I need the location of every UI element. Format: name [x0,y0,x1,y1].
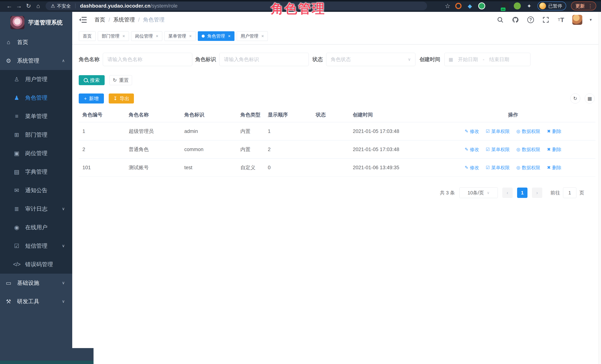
window-scrollbar[interactable] [598,12,601,364]
sidebar-item-home[interactable]: ⌂ 首页 [0,33,72,51]
sidebar-item-departments[interactable]: ⊞ 部门管理 [0,126,72,144]
status-select[interactable]: 角色状态 ∨ [326,53,415,66]
sidebar-item-users[interactable]: ♙ 用户管理 [0,70,72,89]
sidebar-logo-row[interactable]: 芋道管理系统 [0,12,72,33]
browser-home-icon[interactable]: ⌂ [33,3,43,10]
search-button[interactable]: 搜索 [79,75,105,85]
tab-posts[interactable]: 岗位管理 × [131,31,162,41]
profile-paused-button[interactable]: 已暂停 [538,1,566,10]
fullscreen-icon[interactable] [542,16,550,24]
browser-forward-icon[interactable]: → [14,3,24,10]
chevron-up-icon: ∧ [62,58,65,63]
search-icon [84,78,88,82]
browser-reload-icon[interactable]: ↻ [24,2,33,10]
page-size-select[interactable]: 10条/页 ∨ [459,187,498,198]
table-row: 2 普通角色 common 内置 2 2021-01-05 17:03:48 ✎… [79,140,595,158]
tab-roles[interactable]: 角色管理 × [198,31,234,41]
sidebar-item-dev-tools[interactable]: ⚒ 研发工具 ∨ [0,292,72,311]
delete-link[interactable]: ✖删除 [547,147,561,153]
goto-page-input[interactable] [563,187,576,198]
delete-link[interactable]: ✖删除 [547,128,561,134]
sidebar-item-menus[interactable]: ≡ 菜单管理 [0,107,72,126]
refresh-table-icon[interactable]: ↻ [570,94,580,104]
extension-icon-3[interactable] [478,2,485,10]
search-icon[interactable] [496,16,504,24]
sidebar-item-online-users[interactable]: ◉ 在线用户 [0,218,72,237]
sidebar-item-sms[interactable]: ☑ 短信管理 ∨ [0,237,72,255]
help-icon[interactable]: ? [527,16,534,24]
tab-menus[interactable]: 菜单管理 × [164,31,196,41]
sidebar-item-audit-log[interactable]: ≣ 审计日志 ∨ [0,200,72,218]
extension-icon-4[interactable] [490,2,497,10]
role-name-input[interactable] [103,53,192,66]
sms-check-icon: ☑ [13,243,20,249]
browser-back-icon[interactable]: ← [4,3,14,10]
sidebar-item-roles[interactable]: ♟ 角色管理 [0,89,72,107]
next-page-button[interactable]: › [532,187,542,198]
close-icon[interactable]: × [189,33,192,39]
tab-users[interactable]: 用户管理 × [237,31,268,41]
goto-label: 前往 [551,190,560,196]
sidebar-item-infrastructure[interactable]: ▭ 基础设施 ∨ [0,274,72,292]
filter-actions: 搜索 ↻ 重置 [79,75,132,85]
menu-permission-link[interactable]: ☑菜单权限 [486,165,510,171]
edit-link[interactable]: ✎修改 [465,128,479,134]
sidebar-item-posts[interactable]: ▣ 岗位管理 [0,144,72,163]
sidebar-item-notices[interactable]: ✉ 通知公告 [0,181,72,200]
github-icon[interactable] [511,16,519,24]
browser-update-button[interactable]: 更新 ⋮ [571,1,596,10]
edit-icon: ✎ [465,147,468,152]
extension-icon-6[interactable] [514,2,521,10]
avatar-caret-icon[interactable]: ▾ [590,17,592,22]
data-permission-link[interactable]: ◎数据权限 [516,165,540,171]
close-icon[interactable]: × [122,33,125,39]
edit-link[interactable]: ✎修改 [465,165,479,171]
extension-icon-2[interactable]: ◆ [466,2,473,10]
current-page-button[interactable]: 1 [517,187,528,198]
data-permission-link[interactable]: ◎数据权限 [516,128,540,134]
export-button[interactable]: ↧ 导出 [109,94,134,104]
close-icon[interactable]: × [228,33,230,39]
reset-button[interactable]: ↻ 重置 [110,75,132,85]
role-key-input[interactable] [219,53,309,66]
data-permission-link[interactable]: ◎数据权限 [516,147,540,153]
bottom-left-strip [0,361,93,364]
breadcrumb-current: 角色管理 [143,16,164,23]
data-permission-icon: ◎ [516,165,520,170]
menu-permission-link[interactable]: ☑菜单权限 [486,147,510,153]
close-icon[interactable]: × [261,33,264,39]
extension-icon-1[interactable] [455,3,461,9]
chevron-down-icon: ∨ [408,57,411,62]
bookmark-star-icon[interactable]: ☆ [445,2,451,10]
tags-view-bar: 首页 部门管理 × 岗位管理 × 菜单管理 × 角色管理 × 用户管理 × [72,28,601,44]
user-avatar[interactable] [572,15,582,25]
breadcrumb-system[interactable]: 系统管理 [113,16,135,23]
sidebar-item-dictionary[interactable]: ▤ 字典管理 [0,163,72,181]
table-row: 101 测试账号 test 自定义 0 2021-01-06 13:49:35 … [79,158,595,177]
close-icon[interactable]: × [156,33,158,39]
extension-icon-5[interactable]: on [502,2,509,10]
notice-icon: ✉ [13,187,20,194]
font-size-icon[interactable]: TT [557,16,565,24]
chevron-down-icon: ∨ [62,244,65,248]
add-button[interactable]: + 新增 [79,94,104,104]
address-bar[interactable]: ⚠ 不安全 dashboard.yudao.iocoder.cn /system… [46,2,427,10]
tab-home[interactable]: 首页 [79,31,96,41]
org-tree-icon: ⊞ [13,131,20,138]
edit-link[interactable]: ✎修改 [465,147,479,153]
sidebar-item-system[interactable]: ⚙ 系统管理 ∧ [0,51,72,70]
monitor-icon: ▭ [5,280,12,286]
extensions-puzzle-icon[interactable]: ✦ [526,2,533,10]
browser-menu-icon[interactable]: ⋮ [588,3,593,9]
breadcrumb-home[interactable]: 首页 [94,16,105,23]
column-settings-icon[interactable]: ▦ [585,94,595,104]
tab-departments[interactable]: 部门管理 × [98,31,129,41]
prev-page-button[interactable]: ‹ [502,187,513,198]
create-time-range-picker[interactable]: ▦ 开始日期 - 结束日期 [444,53,531,66]
sidebar-item-error-codes[interactable]: </> 错误码管理 [0,255,72,274]
menu-permission-link[interactable]: ☑菜单权限 [486,128,510,134]
collapse-sidebar-icon[interactable] [79,17,87,23]
delete-link[interactable]: ✖删除 [547,165,561,171]
tools-icon: ⚒ [5,298,12,305]
edit-icon: ✎ [465,129,468,134]
